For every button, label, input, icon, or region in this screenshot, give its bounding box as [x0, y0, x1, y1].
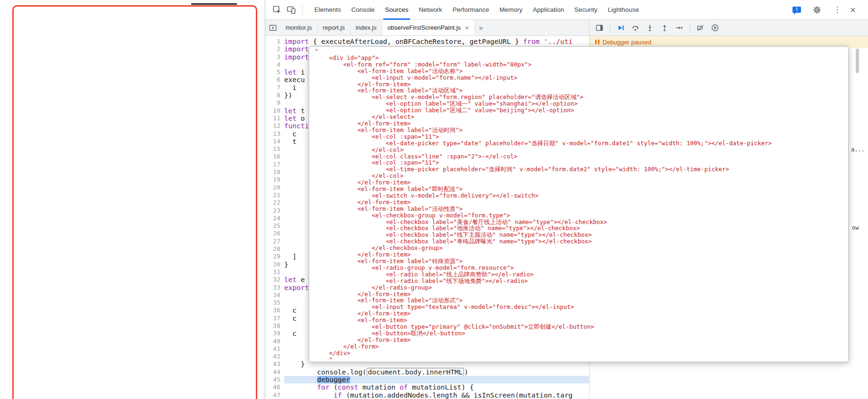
code-token: { executeAfterLoad, onBFCacheRestore, ge…	[309, 38, 523, 45]
close-devtools-icon[interactable]: ×	[850, 5, 856, 15]
line-number[interactable]: 30	[265, 261, 284, 268]
code-token: )	[464, 368, 468, 376]
line-number[interactable]: 14	[265, 138, 284, 145]
paused-statement-token: debugger	[317, 376, 350, 383]
code-text[interactable]: import { executeAfterLoad, onBFCacheRest…	[284, 38, 589, 45]
line-number[interactable]: 27	[265, 238, 284, 245]
line-number[interactable]: 23	[265, 207, 284, 215]
line-number[interactable]: 20	[265, 184, 284, 191]
line-number[interactable]: 6	[265, 76, 284, 83]
step-out-icon[interactable]	[660, 24, 669, 32]
step-into-icon[interactable]	[646, 24, 654, 32]
line-number[interactable]: 13	[265, 130, 284, 138]
line-number[interactable]: 41	[265, 345, 284, 353]
line-number[interactable]: 21	[265, 191, 284, 199]
pause-on-exceptions-icon[interactable]	[711, 24, 719, 32]
inspected-page[interactable]	[0, 0, 265, 399]
line-number[interactable]: 37	[265, 315, 284, 322]
line-number[interactable]: 39	[265, 330, 284, 337]
line-number[interactable]: 29	[265, 253, 284, 260]
line-number[interactable]: 34	[265, 291, 284, 299]
code-text[interactable]: if (mutation.addedNodes.length && isInSc…	[284, 391, 589, 399]
tab-security[interactable]: Security	[569, 0, 603, 20]
issues-count: 1	[792, 7, 801, 13]
tab-console[interactable]: Console	[346, 0, 380, 20]
line-number[interactable]: 32	[265, 276, 284, 283]
line-number[interactable]: 1	[265, 38, 284, 45]
line-number[interactable]: 40	[265, 338, 284, 345]
tab-lighthouse[interactable]: Lighthouse	[603, 0, 644, 20]
line-number[interactable]: 2	[265, 45, 284, 53]
file-tab-label: observeFirstScreenPaint.js	[388, 24, 461, 31]
code-token: i	[296, 68, 304, 76]
line-number[interactable]: 43	[265, 360, 284, 368]
step-over-icon[interactable]	[631, 24, 640, 32]
line-number[interactable]: 7	[265, 84, 284, 91]
file-tab-label: monitor.js	[286, 24, 312, 31]
code-text[interactable]: debugger	[284, 376, 589, 383]
line-number[interactable]: 12	[265, 122, 284, 130]
line-number[interactable]: 17	[265, 161, 284, 168]
code-token: '../uti	[544, 38, 573, 45]
line-number[interactable]: 8	[265, 91, 284, 99]
line-number[interactable]: 5	[265, 68, 284, 76]
tab-network[interactable]: Network	[413, 0, 447, 20]
step-icon[interactable]	[675, 24, 683, 32]
deactivate-breakpoints-icon[interactable]	[696, 24, 705, 32]
more-options-kebab-icon[interactable]: ⋮	[833, 6, 841, 14]
issues-button[interactable]: 1	[792, 7, 801, 13]
close-tab-icon[interactable]: ×	[465, 24, 469, 31]
line-number[interactable]: 9	[265, 99, 284, 107]
sidebar-scrollbar-thumb[interactable]	[856, 49, 859, 73]
line-number[interactable]: 45	[265, 376, 284, 383]
line-number[interactable]: 42	[265, 353, 284, 360]
line-number[interactable]: 28	[265, 245, 284, 253]
file-tab-monitor-js[interactable]: monitor.js	[280, 20, 318, 35]
line-number[interactable]: 15	[265, 145, 284, 153]
tab-memory[interactable]: Memory	[494, 0, 528, 20]
file-tab-index-js[interactable]: index.js	[351, 20, 382, 35]
file-tab-report-js[interactable]: report.js	[318, 20, 351, 35]
file-tab-observeFirstScreenPaint-js[interactable]: observeFirstScreenPaint.js×	[382, 20, 475, 35]
code-token: import	[284, 45, 309, 53]
code-text[interactable]: for (const mutation of mutationList) {	[284, 383, 589, 391]
code-line-45: 45 debugger	[265, 376, 589, 383]
sidebar-text-fragment: ow	[852, 224, 859, 231]
line-number[interactable]: 33	[265, 284, 284, 291]
line-number[interactable]: 24	[265, 215, 284, 222]
code-token: c	[284, 130, 296, 138]
toggle-debugger-sidebar-icon[interactable]	[595, 24, 604, 32]
more-tabs-icon[interactable]: »	[475, 20, 487, 35]
line-number[interactable]: 16	[265, 153, 284, 160]
line-number[interactable]: 19	[265, 176, 284, 183]
line-number[interactable]: 38	[265, 322, 284, 330]
inspect-element-icon[interactable]	[272, 5, 282, 15]
line-number[interactable]: 31	[265, 268, 284, 276]
line-number[interactable]: 47	[265, 391, 284, 399]
tab-sources[interactable]: Sources	[380, 0, 414, 20]
code-line-47: 47 if (mutation.addedNodes.length && isI…	[265, 391, 589, 399]
code-text[interactable]: console.log(document.body.innerHTML)	[284, 368, 589, 376]
device-toolbar-icon[interactable]	[286, 5, 296, 15]
tab-performance[interactable]: Performance	[447, 0, 494, 20]
code-token: c	[284, 315, 296, 322]
tab-application[interactable]: Application	[528, 0, 569, 20]
resume-script-icon[interactable]	[616, 24, 625, 32]
line-number[interactable]: 26	[265, 230, 284, 237]
line-number[interactable]: 18	[265, 168, 284, 176]
line-number[interactable]: 46	[265, 383, 284, 391]
tab-elements[interactable]: Elements	[309, 0, 346, 20]
devtools-main-toolbar: ElementsConsoleSourcesNetworkPerformance…	[265, 0, 868, 20]
line-number[interactable]: 25	[265, 222, 284, 230]
line-number[interactable]: 11	[265, 115, 284, 122]
line-number[interactable]: 22	[265, 199, 284, 207]
settings-gear-icon[interactable]	[812, 5, 822, 15]
line-number[interactable]: 36	[265, 307, 284, 314]
line-number[interactable]: 3	[265, 53, 284, 61]
line-number[interactable]: 44	[265, 368, 284, 376]
code-token: i	[284, 84, 296, 91]
line-number[interactable]: 10	[265, 107, 284, 115]
line-number[interactable]: 4	[265, 61, 284, 68]
show-navigator-icon[interactable]	[265, 20, 280, 35]
line-number[interactable]: 35	[265, 299, 284, 307]
